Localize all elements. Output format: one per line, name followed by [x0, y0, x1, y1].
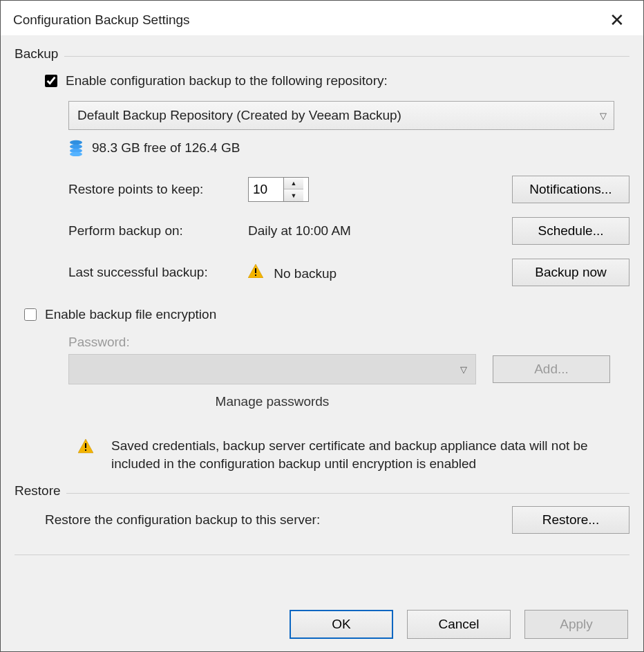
dialog-footer: OK Cancel Apply [290, 610, 628, 639]
encryption-warning-text: Saved credentials, backup server certifi… [111, 437, 603, 472]
window-title: Configuration Backup Settings [13, 12, 190, 28]
spinner-down[interactable]: ▼ [284, 189, 303, 201]
enable-backup-checkbox[interactable] [45, 75, 57, 87]
svg-point-0 [70, 140, 82, 145]
svg-rect-6 [255, 274, 256, 276]
titlebar: Configuration Backup Settings ✕ [1, 1, 643, 35]
password-label: Password: [68, 335, 629, 350]
last-backup-value: No backup [248, 264, 505, 281]
svg-rect-5 [255, 268, 256, 273]
password-dropdown: ▽ [68, 354, 476, 384]
disk-stack-icon [68, 140, 84, 156]
notifications-button[interactable]: Notifications... [512, 176, 629, 203]
restore-legend: Restore [15, 483, 66, 499]
schedule-button[interactable]: Schedule... [512, 217, 629, 245]
warning-icon [248, 264, 263, 278]
close-button[interactable]: ✕ [603, 11, 631, 29]
svg-rect-8 [85, 443, 86, 448]
perform-backup-value: Daily at 10:00 AM [248, 223, 505, 239]
free-space-row: 98.3 GB free of 126.4 GB [68, 140, 629, 156]
backup-now-button[interactable]: Backup now [512, 259, 629, 286]
encryption-block: Enable backup file encryption Password: … [45, 307, 629, 409]
free-space-text: 98.3 GB free of 126.4 GB [92, 140, 240, 156]
restore-group: Restore Restore the configuration backup… [15, 493, 629, 534]
manage-passwords-link[interactable]: Manage passwords [216, 394, 330, 409]
spinner-up[interactable]: ▲ [284, 178, 303, 189]
warning-icon [78, 439, 93, 453]
enable-backup-label: Enable configuration backup to the follo… [66, 73, 388, 89]
restore-points-spinner[interactable]: ▲ ▼ [248, 177, 309, 202]
encryption-warning: Saved credentials, backup server certifi… [78, 437, 603, 472]
chevron-down-icon: ▽ [600, 111, 607, 121]
client-area: Backup Enable configuration backup to th… [1, 35, 643, 651]
footer-separator [15, 555, 629, 555]
restore-button[interactable]: Restore... [512, 506, 629, 534]
last-backup-label: Last successful backup: [68, 265, 248, 280]
apply-button: Apply [524, 610, 628, 639]
ok-button[interactable]: OK [290, 610, 393, 639]
restore-points-label: Restore points to keep: [68, 182, 248, 197]
chevron-down-icon: ▽ [460, 364, 467, 375]
perform-backup-label: Perform backup on: [68, 223, 248, 239]
restore-points-input[interactable] [249, 178, 283, 201]
enable-backup-row: Enable configuration backup to the follo… [45, 73, 629, 89]
svg-point-1 [70, 145, 82, 149]
restore-text: Restore the configuration backup to this… [45, 512, 320, 528]
svg-point-3 [70, 152, 82, 156]
backup-group: Backup Enable configuration backup to th… [15, 56, 629, 472]
svg-rect-9 [85, 449, 86, 451]
repository-selected: Default Backup Repository (Created by Ve… [77, 108, 401, 123]
repository-dropdown[interactable]: Default Backup Repository (Created by Ve… [68, 101, 614, 130]
backup-legend: Backup [15, 46, 64, 62]
cancel-button[interactable]: Cancel [407, 610, 511, 639]
add-password-button: Add... [493, 355, 610, 383]
enable-encryption-label: Enable backup file encryption [45, 307, 216, 322]
enable-encryption-checkbox[interactable] [24, 308, 37, 321]
